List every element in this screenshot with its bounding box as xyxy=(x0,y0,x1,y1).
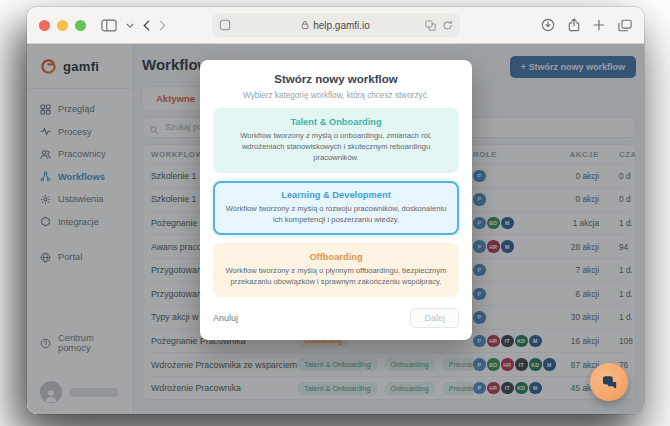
chevron-down-icon[interactable] xyxy=(126,23,134,28)
downloads-icon[interactable] xyxy=(541,18,555,32)
app-area: gamfi PrzeglądProcesyPracownicyWorkflows… xyxy=(27,44,644,414)
url-text: help.gamfi.io xyxy=(313,20,370,31)
category-title: Learning & Development xyxy=(225,190,447,200)
category-title: Talent & Onboarding xyxy=(225,117,447,127)
create-workflow-modal: Stwórz nowy workflow Wybierz kategorię w… xyxy=(200,60,472,340)
modal-subtitle: Wybierz kategorię workflow, którą chcesz… xyxy=(213,91,459,100)
category-cards: Talent & OnboardingWorkflow tworzony z m… xyxy=(213,108,459,297)
zoom-window-button[interactable] xyxy=(75,20,86,31)
lock-icon xyxy=(301,20,309,30)
browser-window: help.gamfi.io xyxy=(27,7,644,414)
share-icon[interactable] xyxy=(568,18,580,32)
cancel-button[interactable]: Anuluj xyxy=(213,313,238,323)
chat-icon xyxy=(600,373,619,392)
modal-title: Stwórz nowy workflow xyxy=(213,73,459,85)
minimize-window-button[interactable] xyxy=(57,20,68,31)
category-card-orange[interactable]: OffboardingWorkflow tworzony z myślą o p… xyxy=(213,243,459,297)
category-card-teal[interactable]: Talent & OnboardingWorkflow tworzony z m… xyxy=(213,108,459,173)
category-description: Workflow tworzony z myślą o płynnym offb… xyxy=(225,265,447,287)
chat-widget-button[interactable] xyxy=(590,363,628,401)
tab-overview-icon[interactable] xyxy=(618,19,632,32)
category-card-blue[interactable]: Learning & DevelopmentWorkflow tworzony … xyxy=(213,181,459,235)
next-button[interactable]: Dalej xyxy=(410,308,459,328)
address-bar[interactable]: help.gamfi.io xyxy=(212,13,460,37)
forward-button[interactable] xyxy=(159,20,166,31)
page-settings-icon[interactable] xyxy=(219,19,231,31)
new-tab-icon[interactable] xyxy=(593,19,605,31)
back-button[interactable] xyxy=(143,20,150,31)
category-title: Offboarding xyxy=(225,252,447,262)
category-description: Workflow tworzony z myślą o onboardingu,… xyxy=(225,130,447,163)
translate-icon[interactable] xyxy=(425,20,436,31)
category-description: Workflow tworzony z myślą o rozwoju prac… xyxy=(225,203,447,225)
sidebar-toggle-icon[interactable] xyxy=(101,19,117,32)
close-window-button[interactable] xyxy=(39,20,50,31)
window-controls xyxy=(39,20,86,31)
reload-icon[interactable] xyxy=(442,20,453,31)
browser-toolbar: help.gamfi.io xyxy=(27,7,644,44)
